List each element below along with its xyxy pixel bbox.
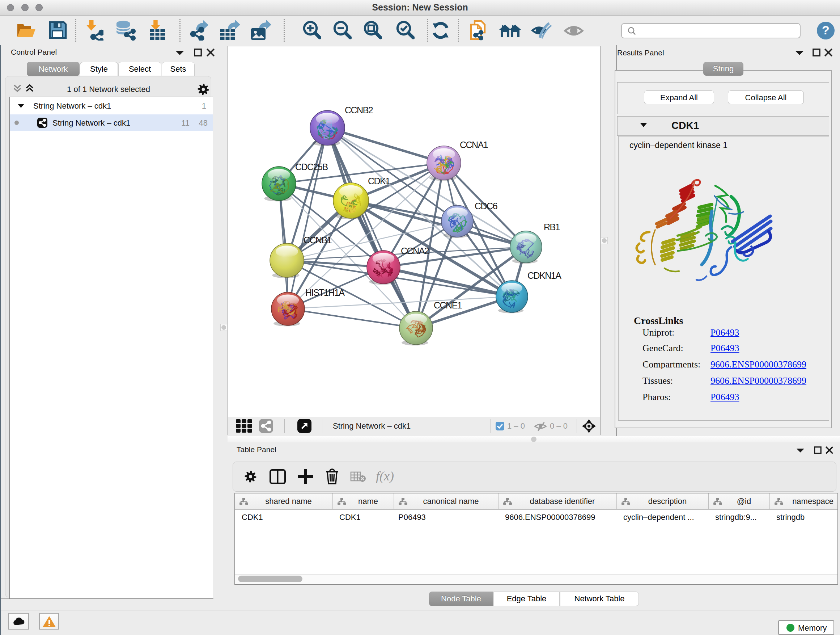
svg-text:CCNA2: CCNA2 (401, 246, 429, 256)
svg-text:CDK1: CDK1 (368, 176, 390, 186)
svg-text:HIST1H1A: HIST1H1A (305, 287, 345, 298)
svg-text:CDC6: CDC6 (475, 201, 497, 211)
svg-text:RB1: RB1 (544, 222, 560, 232)
svg-text:CCNB1: CCNB1 (303, 235, 332, 245)
svg-text:CCNE1: CCNE1 (434, 300, 462, 310)
svg-text:CCNB2: CCNB2 (345, 105, 373, 115)
svg-text:CDKN1A: CDKN1A (527, 271, 561, 280)
svg-text:CDC25B: CDC25B (295, 162, 328, 172)
svg-text:CCNA1: CCNA1 (460, 140, 488, 150)
